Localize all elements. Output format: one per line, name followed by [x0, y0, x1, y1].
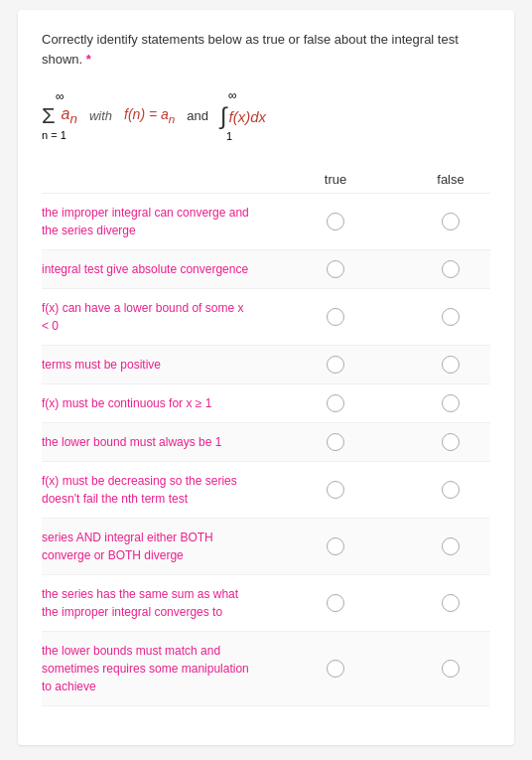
false-radio-cell	[411, 213, 490, 230]
true-radio-cell	[260, 481, 411, 499]
required-marker: *	[86, 52, 91, 67]
false-radio-cell	[411, 481, 490, 499]
table-row: terms must be positive	[42, 346, 490, 384]
false-radio-cell	[411, 594, 490, 612]
table-header: true false	[42, 166, 490, 194]
false-radio-cell	[411, 537, 490, 555]
formula-integral: ∞ ∫ f(x)dx 1	[220, 88, 266, 142]
question-label: Correctly identify statements below as t…	[42, 32, 459, 67]
false-radio-cell	[411, 356, 490, 374]
true-column-header: true	[260, 172, 411, 187]
true-radio-button[interactable]	[327, 433, 344, 451]
true-radio-cell	[260, 213, 411, 230]
table-row: the series has the same sum as what the …	[42, 575, 490, 632]
false-radio-button[interactable]	[442, 594, 460, 612]
true-radio-cell	[260, 260, 411, 278]
false-radio-button[interactable]	[442, 356, 460, 374]
true-radio-button[interactable]	[327, 537, 344, 555]
table-row: the improper integral can converge and t…	[42, 194, 490, 250]
rows-container: the improper integral can converge and t…	[42, 194, 490, 706]
false-radio-cell	[411, 660, 490, 678]
integral-expression: f(x)dx	[229, 108, 267, 125]
false-radio-button[interactable]	[442, 433, 460, 451]
statement-text: the series has the same sum as what the …	[42, 585, 260, 621]
sum-infinity: ∞	[56, 89, 65, 103]
integral-row: ∫ f(x)dx	[220, 102, 266, 130]
statement-text: terms must be positive	[42, 356, 260, 374]
page-container: Correctly identify statements below as t…	[18, 10, 514, 745]
question-text: Correctly identify statements below as t…	[42, 30, 490, 69]
fn-expr: f(n) = an	[124, 106, 175, 125]
statement-text: series AND integral either BOTH converge…	[42, 529, 260, 564]
true-radio-cell	[260, 660, 411, 678]
statement-text: integral test give absolute convergence	[42, 260, 260, 278]
statement-text: f(x) must be continuous for x ≥ 1	[42, 394, 260, 412]
false-radio-cell	[411, 260, 490, 278]
true-radio-cell	[260, 594, 411, 612]
sigma-symbol: Σ	[42, 103, 56, 129]
table-row: the lower bounds must match and sometime…	[42, 632, 490, 706]
true-radio-button[interactable]	[327, 594, 344, 612]
false-radio-button[interactable]	[442, 308, 460, 326]
and-label: and	[187, 108, 208, 123]
formula-section: ∞ Σ an n = 1 with f(n) = an and ∞ ∫ f(x)…	[42, 84, 490, 146]
with-label: with	[89, 108, 112, 123]
table-row: f(x) must be decreasing so the series do…	[42, 462, 490, 519]
false-radio-button[interactable]	[442, 537, 460, 555]
false-radio-cell	[411, 394, 490, 412]
true-radio-button[interactable]	[327, 356, 344, 374]
false-column-header: false	[411, 172, 490, 187]
integral-infinity: ∞	[228, 88, 237, 102]
true-radio-button[interactable]	[327, 260, 344, 278]
false-radio-button[interactable]	[442, 481, 460, 499]
false-radio-button[interactable]	[442, 394, 460, 412]
table-row: series AND integral either BOTH converge…	[42, 519, 490, 575]
false-radio-button[interactable]	[442, 660, 460, 678]
true-radio-cell	[260, 537, 411, 555]
true-radio-cell	[260, 356, 411, 374]
integral-lower-bound: 1	[226, 130, 232, 142]
table-row: integral test give absolute convergence	[42, 250, 490, 289]
true-radio-button[interactable]	[327, 660, 344, 678]
statement-text: f(x) must be decreasing so the series do…	[42, 472, 260, 508]
false-radio-button[interactable]	[442, 213, 460, 230]
false-radio-cell	[411, 308, 490, 326]
true-radio-button[interactable]	[327, 394, 344, 412]
table-row: f(x) must be continuous for x ≥ 1	[42, 384, 490, 423]
true-radio-cell	[260, 433, 411, 451]
true-radio-cell	[260, 394, 411, 412]
statement-text: the lower bounds must match and sometime…	[42, 642, 260, 695]
statement-text: the lower bound must always be 1	[42, 433, 260, 451]
true-radio-cell	[260, 308, 411, 326]
statement-text: the improper integral can converge and t…	[42, 204, 260, 239]
true-radio-button[interactable]	[327, 213, 344, 230]
table-row: f(x) can have a lower bound of some x < …	[42, 289, 490, 346]
sum-variable: an	[62, 105, 77, 126]
sum-subscript: n = 1	[42, 129, 66, 141]
true-radio-button[interactable]	[327, 481, 344, 499]
integral-symbol: ∫	[220, 102, 227, 130]
statement-text: f(x) can have a lower bound of some x < …	[42, 299, 260, 335]
formula-sum: ∞ Σ an n = 1	[42, 89, 77, 141]
true-radio-button[interactable]	[327, 308, 344, 326]
table-row: the lower bound must always be 1	[42, 423, 490, 462]
false-radio-cell	[411, 433, 490, 451]
sigma-row: Σ an	[42, 103, 77, 129]
false-radio-button[interactable]	[442, 260, 460, 278]
